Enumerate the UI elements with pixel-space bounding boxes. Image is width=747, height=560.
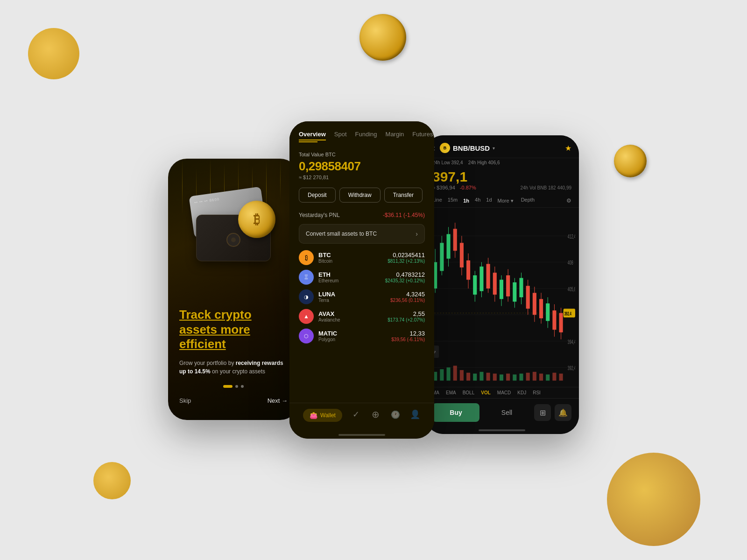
indicator-boll[interactable]: BOLL [463, 390, 475, 395]
svg-rect-56 [500, 374, 503, 380]
asset-info-avax: AVAX Avalanche [318, 310, 340, 322]
ctrl-1h[interactable]: 1h [463, 198, 469, 203]
indicator-vol[interactable]: VOL [481, 390, 491, 395]
svg-text:392,4: 392,4 [568, 364, 575, 371]
tab-futures[interactable]: Futures [412, 131, 433, 140]
action-buttons: Deposit Withdraw Transfer [299, 188, 425, 203]
transfer-button[interactable]: Transfer [384, 188, 423, 203]
svg-rect-57 [506, 374, 510, 381]
nav-check[interactable]: ✓ [351, 409, 362, 422]
asset-symbol-btc: BTC [318, 252, 332, 259]
nav-wallet[interactable]: 👛 Wallet [303, 409, 342, 422]
withdraw-button[interactable]: Withdraw [339, 188, 381, 203]
price-details: ≈ $396,94 -0.87% 24h Vol BNB 182 440,99 [432, 185, 571, 190]
asset-icon-eth: Ξ [299, 270, 314, 285]
asset-item-matic[interactable]: ⬡ MATIC Polygon 12,33 $39,56 (-6.11%) [299, 329, 425, 343]
trade-sub-header: 24h Low 392,4 24h High 406,6 [425, 158, 579, 169]
asset-info-btc: BTC Bitcoin [318, 252, 332, 264]
nav-profile[interactable]: 👤 [409, 409, 421, 422]
asset-right-matic: 12,33 $39,56 (-6.11%) [391, 330, 425, 342]
ctrl-settings-icon[interactable]: ⚙ [566, 197, 571, 204]
svg-rect-63 [546, 374, 550, 380]
svg-rect-21 [479, 266, 483, 291]
check-icon: ✓ [351, 409, 362, 420]
high-label: 24h High [468, 160, 487, 165]
current-price: 397,1 [432, 169, 571, 185]
low-value: 392,4 [451, 160, 463, 165]
svg-rect-23 [486, 264, 490, 289]
nav-history[interactable]: 🕐 [390, 409, 401, 422]
svg-rect-50 [460, 370, 464, 381]
sell-button[interactable]: Sell [483, 403, 530, 422]
asset-name-luna: Terra [318, 298, 335, 303]
asset-info-luna: LUNA Terra [318, 291, 335, 303]
favorite-star-icon[interactable]: ★ [565, 144, 571, 153]
calculator-icon[interactable]: ⊞ [534, 404, 551, 421]
coin-decoration-top-right [359, 14, 406, 61]
indicator-kdj[interactable]: KDJ [517, 390, 526, 395]
asset-amount-avax: 2,55 [388, 310, 425, 317]
svg-rect-17 [466, 260, 470, 280]
chart-area: 412,4 408 405,8 398,4 394,4 392,4 392.4 … [425, 208, 579, 387]
asset-item-avax[interactable]: ▲ AVAX Avalanche 2,55 $173.74 (+2.07%) [299, 309, 425, 324]
ctrl-more[interactable]: More ▾ [498, 198, 514, 204]
ctrl-4h[interactable]: 4h [475, 197, 480, 204]
tab-overview[interactable]: Overview [299, 131, 326, 140]
total-value-label: Total Value BTC [299, 152, 425, 157]
pair-dropdown-icon[interactable]: ▾ [493, 146, 495, 151]
svg-rect-62 [539, 374, 543, 381]
asset-item-eth[interactable]: Ξ ETH Ethereum 0,4783212 $2435,32 (+0.12… [299, 270, 425, 285]
pair-info: B BNB/BUSD ▾ [440, 143, 495, 153]
trade-actions: Buy Sell ⊞ 🔔 [425, 398, 579, 427]
asset-symbol-matic: MATIC [318, 330, 337, 337]
bg-decoration-circle-bottom-left [93, 462, 131, 499]
asset-item-luna[interactable]: ◑ LUNA Terra 4,3245 $236,56 (0.11%) [299, 289, 425, 304]
svg-rect-29 [506, 275, 510, 296]
svg-rect-45 [559, 313, 563, 332]
svg-text:394,4: 394,4 [568, 338, 575, 345]
tab-spot[interactable]: Spot [334, 131, 347, 140]
bg-decoration-circle-bottom-right [607, 453, 700, 546]
bg-decoration-circle-top-left [28, 28, 79, 79]
asset-amount-btc: 0,02345411 [388, 252, 425, 259]
svg-text:392.4: 392.4 [564, 311, 571, 317]
trade-header: ‹ B BNB/BUSD ▾ ★ [425, 135, 579, 158]
deposit-button[interactable]: Deposit [299, 188, 336, 203]
volume-info: 24h Vol BNB 182 440,99 [520, 185, 571, 190]
asset-icon-luna: ◑ [299, 289, 314, 304]
asset-item-btc[interactable]: ₿ BTC Bitcoin 0,02345411 $811,32 (+2.13%… [299, 250, 425, 265]
tab-margin[interactable]: Margin [386, 131, 404, 140]
ctrl-depth[interactable]: Depth [521, 197, 535, 204]
ctrl-1d[interactable]: 1d [486, 197, 492, 204]
asset-right-eth: 0,4783212 $2435,32 (+0.12%) [385, 271, 425, 283]
asset-usd-btc: $811,32 (+2.13%) [388, 259, 425, 264]
indicator-ema[interactable]: EMA [446, 390, 456, 395]
svg-rect-58 [513, 374, 516, 380]
bnb-icon: B [440, 143, 450, 153]
high-value: 406,6 [488, 160, 500, 165]
asset-name-btc: Bitcoin [318, 259, 332, 264]
svg-rect-15 [460, 243, 464, 267]
ctrl-15m[interactable]: 15m [448, 197, 458, 204]
indicator-macd[interactable]: MACD [497, 390, 511, 395]
svg-text:405,8: 405,8 [568, 285, 575, 292]
wallet-content: Total Value BTC 0,29858407 ≈ $12 270,81 … [289, 147, 434, 403]
tab-funding[interactable]: Funding [355, 131, 377, 140]
svg-rect-55 [493, 374, 497, 381]
convert-banner[interactable]: Convert small assets to BTC › [299, 224, 425, 244]
svg-rect-27 [500, 280, 503, 299]
trade-price-section: 397,1 ≈ $396,94 -0.87% 24h Vol BNB 182 4… [425, 169, 579, 194]
svg-rect-33 [519, 278, 523, 297]
nav-add[interactable]: ⊕ [370, 409, 381, 422]
particle [280, 159, 281, 201]
bottom-navigation: 👛 Wallet ✓ ⊕ 🕐 👤 [289, 403, 434, 431]
pnl-value: -$36.11 (-1.45%) [383, 212, 425, 218]
asset-amount-eth: 0,4783212 [385, 271, 425, 278]
alert-icon[interactable]: 🔔 [555, 404, 571, 421]
home-indicator [338, 434, 385, 436]
indicator-rsi[interactable]: RSI [533, 390, 541, 395]
phone-wallet: Overview Spot Funding Margin Futures Tot… [289, 121, 434, 439]
svg-rect-48 [446, 367, 450, 380]
asset-symbol-avax: AVAX [318, 310, 340, 317]
buy-button[interactable]: Buy [432, 403, 479, 422]
